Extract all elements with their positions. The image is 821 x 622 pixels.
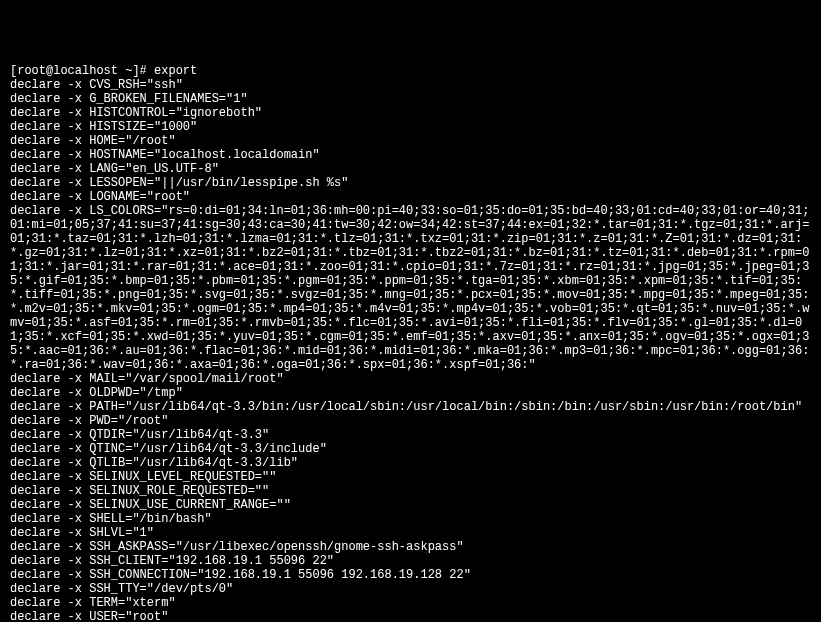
terminal-window[interactable]: [root@localhost ~]# export declare -x CV… bbox=[10, 64, 811, 622]
output-lines-container: declare -x CVS_RSH="ssh" declare -x G_BR… bbox=[10, 78, 811, 622]
command-text: export bbox=[154, 64, 197, 78]
shell-prompt: [root@localhost ~]# bbox=[10, 64, 154, 78]
